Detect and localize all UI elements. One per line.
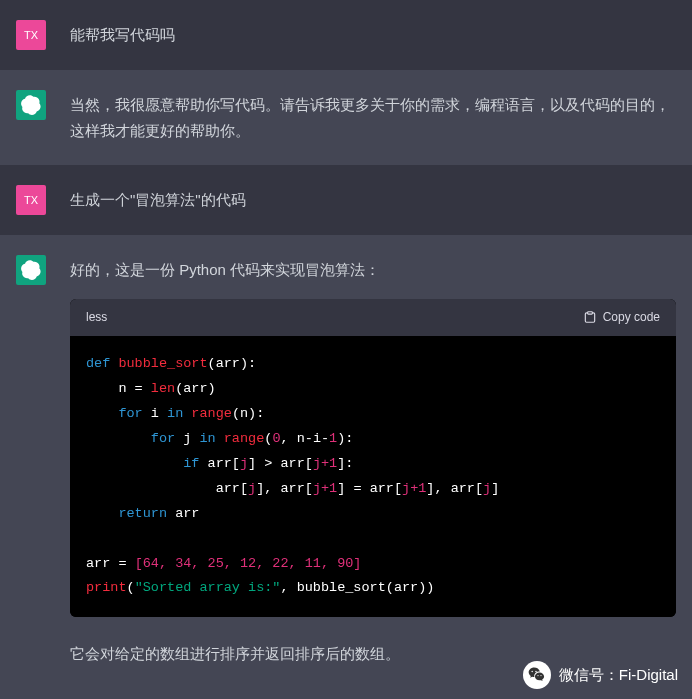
message-text: 能帮我写代码吗 bbox=[70, 20, 676, 48]
code-lang-label: less bbox=[86, 307, 107, 328]
copy-code-label: Copy code bbox=[603, 307, 660, 328]
wechat-icon bbox=[523, 661, 551, 689]
code-block: less Copy code def bubble_sort(arr): n =… bbox=[70, 299, 676, 618]
assistant-message-2: 好的，这是一份 Python 代码来实现冒泡算法： less Copy code… bbox=[0, 235, 692, 700]
code-content: def bubble_sort(arr): n = len(arr) for i… bbox=[70, 336, 676, 618]
assistant-avatar bbox=[16, 255, 46, 285]
svg-rect-0 bbox=[587, 312, 592, 314]
message-content: 好的，这是一份 Python 代码来实现冒泡算法： less Copy code… bbox=[70, 255, 676, 668]
assistant-message-1: 当然，我很愿意帮助你写代码。请告诉我更多关于你的需求，编程语言，以及代码的目的，… bbox=[0, 70, 692, 165]
message-text: 当然，我很愿意帮助你写代码。请告诉我更多关于你的需求，编程语言，以及代码的目的，… bbox=[70, 90, 676, 145]
assistant-avatar bbox=[16, 90, 46, 120]
code-header: less Copy code bbox=[70, 299, 676, 336]
copy-code-button[interactable]: Copy code bbox=[583, 307, 660, 328]
watermark-label: 微信号：Fi-Digital bbox=[559, 666, 678, 685]
clipboard-icon bbox=[583, 310, 597, 324]
user-avatar: TX bbox=[16, 20, 46, 50]
assistant-intro-text: 好的，这是一份 Python 代码来实现冒泡算法： bbox=[70, 257, 676, 283]
watermark: 微信号：Fi-Digital bbox=[523, 661, 678, 689]
user-avatar: TX bbox=[16, 185, 46, 215]
message-text: 生成一个"冒泡算法"的代码 bbox=[70, 185, 676, 213]
user-message-1: TX 能帮我写代码吗 bbox=[0, 0, 692, 70]
user-message-2: TX 生成一个"冒泡算法"的代码 bbox=[0, 165, 692, 235]
